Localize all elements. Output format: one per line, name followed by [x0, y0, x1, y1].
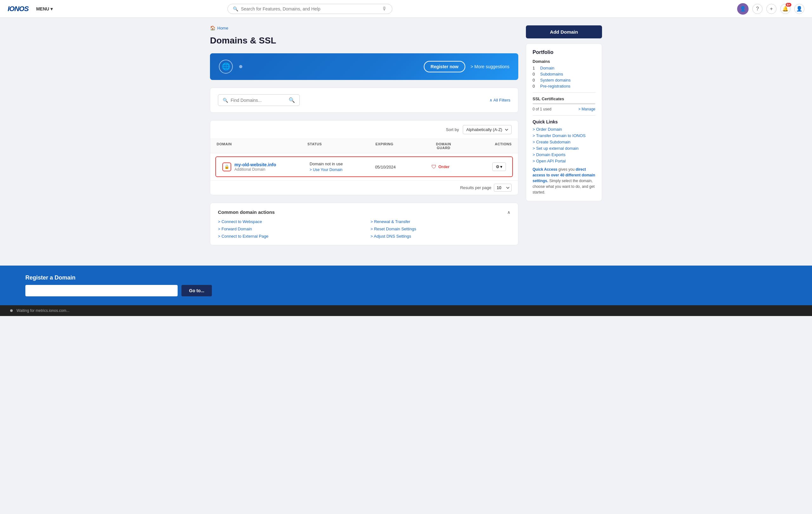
more-suggestions-link[interactable]: > More suggestions — [470, 64, 510, 69]
search-submit-icon[interactable]: 🔍 — [289, 97, 295, 103]
gear-chevron-icon: ▾ — [500, 164, 502, 169]
subdomains-link[interactable]: Subdomains — [540, 72, 563, 77]
preregistrations-count: 0 — [532, 84, 538, 88]
sort-label: Sort by — [446, 127, 459, 132]
register-now-button[interactable]: Register now — [424, 61, 466, 72]
add-icon: + — [770, 6, 773, 12]
transfer-domain-link[interactable]: > Transfer Domain to IONOS — [532, 133, 596, 138]
global-search[interactable]: 🔍 🎙 — [227, 4, 393, 14]
ionos-logo: IONOS — [8, 5, 29, 13]
search-icon: 🔍 — [223, 98, 228, 103]
renewal-transfer-link[interactable]: > Renewal & Transfer — [371, 219, 510, 224]
ssl-manage-link[interactable]: > Manage — [578, 107, 596, 111]
common-actions: Common domain actions ∧ > Connect to Web… — [210, 203, 518, 245]
portfolio-row-preregistrations: 0 Pre-registrations — [532, 84, 596, 88]
create-subdomain-link[interactable]: > Create Subdomain — [532, 140, 596, 144]
add-button[interactable]: + — [766, 4, 777, 14]
domain-guard-cell: 🛡 Order — [419, 164, 462, 170]
all-filters-link[interactable]: ∧ All Filters — [489, 98, 510, 103]
menu-button[interactable]: MENU ▾ — [36, 6, 53, 11]
col-status: STATUS — [307, 142, 376, 150]
results-label: Results per page — [460, 185, 491, 190]
status-text: Waiting for metrics.ionos.com... — [17, 308, 69, 313]
footer-go-button[interactable]: Go to... — [181, 285, 212, 296]
connect-external-page-link[interactable]: > Connect to External Page — [218, 234, 358, 238]
system-domains-link[interactable]: System domains — [540, 78, 571, 83]
globe-icon: 🌐 — [219, 60, 233, 74]
results-row: Results per page 10 25 50 100 — [210, 180, 518, 195]
status-bar: Waiting for metrics.ionos.com... — [0, 305, 812, 316]
main-content: 🏠 Home Domains & SSL 🌐 Register now > Mo… — [210, 25, 518, 245]
common-actions-title: Common domain actions — [218, 209, 275, 215]
domain-portfolio-link[interactable]: Domain — [540, 66, 554, 70]
menu-label: MENU — [36, 6, 49, 11]
portfolio-title: Portfolio — [532, 50, 596, 55]
collapse-icon[interactable]: ∧ — [507, 210, 510, 215]
search-icon: 🔍 — [233, 6, 238, 11]
actions-grid: > Connect to Webspace > Renewal & Transf… — [218, 219, 510, 238]
set-up-external-link[interactable]: > Set up external domain — [532, 146, 596, 151]
domain-exports-link[interactable]: > Domain Exports — [532, 152, 596, 157]
col-expiring: EXPIRING — [376, 142, 421, 150]
ssl-progress-bar — [532, 103, 596, 105]
gear-button[interactable]: ⚙ ▾ — [492, 163, 506, 171]
open-api-portal-link[interactable]: > Open API Portal — [532, 159, 596, 163]
domains-section-label: Domains — [532, 59, 596, 64]
home-icon: 🏠 — [210, 25, 215, 30]
domain-search-box: 🔍 🔍 ∧ All Filters — [210, 88, 518, 113]
find-domains-input[interactable] — [231, 98, 286, 103]
domain-name-cell: 🔒 my-old-website.info Additional Domain — [222, 162, 310, 172]
page-wrapper: 🏠 Home Domains & SSL 🌐 Register now > Mo… — [200, 18, 612, 253]
shield-icon: 🛡 — [431, 164, 436, 170]
sidebar: Add Domain Portfolio Domains 1 Domain 0 … — [526, 25, 602, 201]
preregistrations-link[interactable]: Pre-registrations — [540, 84, 570, 88]
portfolio-card: Portfolio Domains 1 Domain 0 Subdomains … — [526, 44, 602, 201]
user-account-button[interactable]: 👤 — [794, 4, 804, 14]
find-domains-search[interactable]: 🔍 🔍 — [218, 94, 300, 106]
domain-table-card: Sort by Alphabetically (A-Z) Alphabetica… — [210, 120, 518, 195]
use-domain-link[interactable]: > Use Your Domain — [310, 168, 375, 172]
search-row: 🔍 🔍 ∧ All Filters — [218, 94, 510, 106]
quick-links-title: Quick Links — [532, 119, 596, 124]
quick-links-section: Quick Links > Order Domain > Transfer Do… — [532, 115, 596, 163]
system-domains-count: 0 — [532, 78, 538, 83]
portfolio-row-system: 0 System domains — [532, 78, 596, 83]
adjust-dns-settings-link[interactable]: > Adjust DNS Settings — [371, 234, 510, 238]
search-input[interactable] — [241, 6, 379, 11]
forward-domain-link[interactable]: > Forward Domain — [218, 227, 358, 231]
reset-domain-settings-link[interactable]: > Reset Domain Settings — [371, 227, 510, 231]
sort-select[interactable]: Alphabetically (A-Z) Alphabetically (Z-A… — [463, 125, 512, 134]
add-domain-button[interactable]: Add Domain — [526, 25, 602, 38]
help-icon: ? — [756, 6, 759, 12]
page-title: Domains & SSL — [210, 35, 518, 46]
help-button[interactable]: ? — [752, 4, 762, 14]
notifications-button[interactable]: 🔔 5+ — [780, 4, 790, 14]
ssl-row: 0 of 1 used > Manage — [532, 107, 596, 111]
banner-dot — [239, 65, 242, 68]
avatar[interactable]: 👤 — [737, 3, 749, 15]
gear-icon: ⚙ — [496, 164, 499, 169]
table-header: Sort by Alphabetically (A-Z) Alphabetica… — [210, 120, 518, 139]
order-domain-link[interactable]: > Order Domain — [532, 127, 596, 132]
results-per-page-select[interactable]: 10 25 50 100 — [494, 184, 512, 192]
microphone-icon[interactable]: 🎙 — [382, 6, 387, 12]
common-actions-header: Common domain actions ∧ — [218, 209, 510, 215]
header-icons: 👤 ? + 🔔 5+ 👤 — [737, 3, 804, 15]
status-dot — [10, 309, 13, 312]
banner-actions: Register now > More suggestions — [424, 61, 510, 72]
domain-status: Domain not in use — [310, 162, 375, 166]
domain-name[interactable]: my-old-website.info — [234, 162, 276, 167]
footer-domain-input[interactable] — [25, 285, 178, 296]
bell-icon: 🔔 — [782, 6, 788, 12]
domain-actions-cell: ⚙ ▾ — [462, 163, 506, 171]
breadcrumb-home[interactable]: Home — [217, 26, 228, 30]
domain-count: 1 — [532, 66, 538, 70]
col-actions: ACTIONS — [466, 142, 512, 150]
table-row: 🔒 my-old-website.info Additional Domain … — [215, 156, 513, 177]
quick-access-info: Quick Access gives you direct access to … — [532, 167, 596, 195]
portfolio-row-domain: 1 Domain — [532, 66, 596, 70]
breadcrumb: 🏠 Home — [210, 25, 518, 30]
avatar-icon: 👤 — [740, 6, 746, 12]
order-link[interactable]: Order — [438, 164, 450, 169]
connect-webspace-link[interactable]: > Connect to Webspace — [218, 219, 358, 224]
